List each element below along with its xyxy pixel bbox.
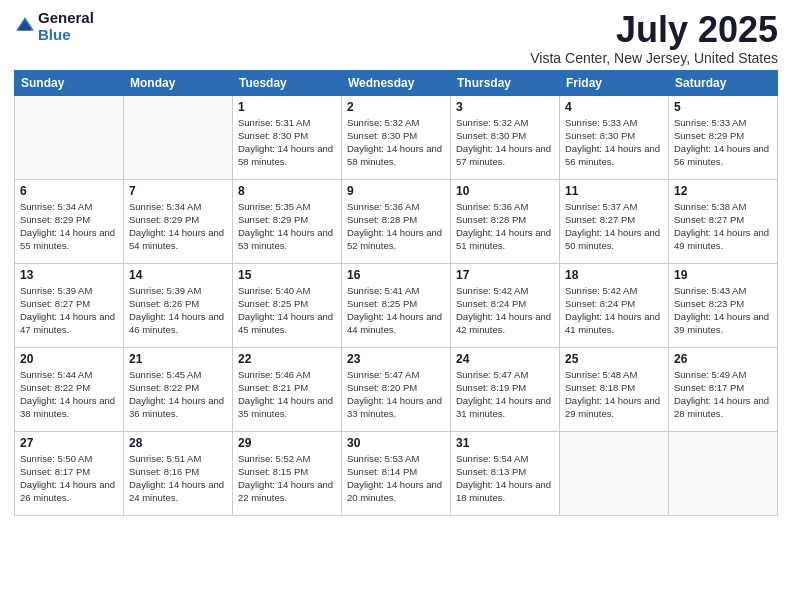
calendar-cell: 26Sunrise: 5:49 AM Sunset: 8:17 PM Dayli… [669,347,778,431]
calendar-cell: 3Sunrise: 5:32 AM Sunset: 8:30 PM Daylig… [451,95,560,179]
calendar-cell: 19Sunrise: 5:43 AM Sunset: 8:23 PM Dayli… [669,263,778,347]
day-info: Sunrise: 5:49 AM Sunset: 8:17 PM Dayligh… [674,368,772,421]
calendar-cell: 31Sunrise: 5:54 AM Sunset: 8:13 PM Dayli… [451,431,560,515]
day-number: 12 [674,184,772,198]
logo-blue: Blue [38,27,94,44]
calendar-cell: 5Sunrise: 5:33 AM Sunset: 8:29 PM Daylig… [669,95,778,179]
calendar-cell [560,431,669,515]
day-number: 5 [674,100,772,114]
day-info: Sunrise: 5:37 AM Sunset: 8:27 PM Dayligh… [565,200,663,253]
calendar-cell: 2Sunrise: 5:32 AM Sunset: 8:30 PM Daylig… [342,95,451,179]
calendar-cell: 21Sunrise: 5:45 AM Sunset: 8:22 PM Dayli… [124,347,233,431]
calendar-cell: 13Sunrise: 5:39 AM Sunset: 8:27 PM Dayli… [15,263,124,347]
day-number: 7 [129,184,227,198]
day-number: 30 [347,436,445,450]
day-info: Sunrise: 5:38 AM Sunset: 8:27 PM Dayligh… [674,200,772,253]
day-number: 2 [347,100,445,114]
day-number: 25 [565,352,663,366]
day-number: 28 [129,436,227,450]
day-info: Sunrise: 5:35 AM Sunset: 8:29 PM Dayligh… [238,200,336,253]
calendar-cell [15,95,124,179]
day-number: 20 [20,352,118,366]
day-number: 14 [129,268,227,282]
calendar-header-row: SundayMondayTuesdayWednesdayThursdayFrid… [15,70,778,95]
calendar-cell: 12Sunrise: 5:38 AM Sunset: 8:27 PM Dayli… [669,179,778,263]
title-block: July 2025 Vista Center, New Jersey, Unit… [530,10,778,66]
day-info: Sunrise: 5:53 AM Sunset: 8:14 PM Dayligh… [347,452,445,505]
day-number: 18 [565,268,663,282]
calendar-cell: 22Sunrise: 5:46 AM Sunset: 8:21 PM Dayli… [233,347,342,431]
day-number: 10 [456,184,554,198]
day-info: Sunrise: 5:45 AM Sunset: 8:22 PM Dayligh… [129,368,227,421]
day-number: 19 [674,268,772,282]
calendar-cell: 11Sunrise: 5:37 AM Sunset: 8:27 PM Dayli… [560,179,669,263]
day-number: 9 [347,184,445,198]
day-number: 21 [129,352,227,366]
calendar-cell: 14Sunrise: 5:39 AM Sunset: 8:26 PM Dayli… [124,263,233,347]
calendar-week-row: 6Sunrise: 5:34 AM Sunset: 8:29 PM Daylig… [15,179,778,263]
weekday-header: Sunday [15,70,124,95]
weekday-header: Thursday [451,70,560,95]
day-info: Sunrise: 5:46 AM Sunset: 8:21 PM Dayligh… [238,368,336,421]
page: General Blue July 2025 Vista Center, New… [0,0,792,524]
calendar-cell: 1Sunrise: 5:31 AM Sunset: 8:30 PM Daylig… [233,95,342,179]
day-info: Sunrise: 5:43 AM Sunset: 8:23 PM Dayligh… [674,284,772,337]
header: General Blue July 2025 Vista Center, New… [14,10,778,66]
day-info: Sunrise: 5:34 AM Sunset: 8:29 PM Dayligh… [20,200,118,253]
calendar-cell: 30Sunrise: 5:53 AM Sunset: 8:14 PM Dayli… [342,431,451,515]
day-info: Sunrise: 5:47 AM Sunset: 8:20 PM Dayligh… [347,368,445,421]
calendar-cell: 6Sunrise: 5:34 AM Sunset: 8:29 PM Daylig… [15,179,124,263]
day-number: 11 [565,184,663,198]
calendar-cell: 7Sunrise: 5:34 AM Sunset: 8:29 PM Daylig… [124,179,233,263]
calendar-cell: 20Sunrise: 5:44 AM Sunset: 8:22 PM Dayli… [15,347,124,431]
calendar-cell: 4Sunrise: 5:33 AM Sunset: 8:30 PM Daylig… [560,95,669,179]
calendar-cell [669,431,778,515]
calendar-cell: 18Sunrise: 5:42 AM Sunset: 8:24 PM Dayli… [560,263,669,347]
day-info: Sunrise: 5:48 AM Sunset: 8:18 PM Dayligh… [565,368,663,421]
day-number: 13 [20,268,118,282]
calendar-cell: 24Sunrise: 5:47 AM Sunset: 8:19 PM Dayli… [451,347,560,431]
day-number: 31 [456,436,554,450]
day-info: Sunrise: 5:42 AM Sunset: 8:24 PM Dayligh… [565,284,663,337]
day-info: Sunrise: 5:42 AM Sunset: 8:24 PM Dayligh… [456,284,554,337]
day-info: Sunrise: 5:32 AM Sunset: 8:30 PM Dayligh… [347,116,445,169]
day-info: Sunrise: 5:36 AM Sunset: 8:28 PM Dayligh… [347,200,445,253]
calendar-cell [124,95,233,179]
day-number: 29 [238,436,336,450]
logo-icon [14,15,36,37]
day-info: Sunrise: 5:33 AM Sunset: 8:30 PM Dayligh… [565,116,663,169]
day-info: Sunrise: 5:54 AM Sunset: 8:13 PM Dayligh… [456,452,554,505]
day-number: 15 [238,268,336,282]
day-info: Sunrise: 5:36 AM Sunset: 8:28 PM Dayligh… [456,200,554,253]
calendar-cell: 28Sunrise: 5:51 AM Sunset: 8:16 PM Dayli… [124,431,233,515]
day-info: Sunrise: 5:39 AM Sunset: 8:27 PM Dayligh… [20,284,118,337]
day-number: 16 [347,268,445,282]
logo: General Blue [14,10,94,43]
day-info: Sunrise: 5:51 AM Sunset: 8:16 PM Dayligh… [129,452,227,505]
calendar: SundayMondayTuesdayWednesdayThursdayFrid… [14,70,778,516]
day-info: Sunrise: 5:47 AM Sunset: 8:19 PM Dayligh… [456,368,554,421]
day-info: Sunrise: 5:33 AM Sunset: 8:29 PM Dayligh… [674,116,772,169]
calendar-cell: 23Sunrise: 5:47 AM Sunset: 8:20 PM Dayli… [342,347,451,431]
day-info: Sunrise: 5:52 AM Sunset: 8:15 PM Dayligh… [238,452,336,505]
calendar-cell: 17Sunrise: 5:42 AM Sunset: 8:24 PM Dayli… [451,263,560,347]
day-number: 8 [238,184,336,198]
weekday-header: Monday [124,70,233,95]
weekday-header: Wednesday [342,70,451,95]
calendar-week-row: 20Sunrise: 5:44 AM Sunset: 8:22 PM Dayli… [15,347,778,431]
day-info: Sunrise: 5:32 AM Sunset: 8:30 PM Dayligh… [456,116,554,169]
day-info: Sunrise: 5:31 AM Sunset: 8:30 PM Dayligh… [238,116,336,169]
day-info: Sunrise: 5:34 AM Sunset: 8:29 PM Dayligh… [129,200,227,253]
day-number: 3 [456,100,554,114]
calendar-cell: 25Sunrise: 5:48 AM Sunset: 8:18 PM Dayli… [560,347,669,431]
calendar-week-row: 13Sunrise: 5:39 AM Sunset: 8:27 PM Dayli… [15,263,778,347]
logo-general: General [38,10,94,27]
day-info: Sunrise: 5:44 AM Sunset: 8:22 PM Dayligh… [20,368,118,421]
day-number: 23 [347,352,445,366]
day-info: Sunrise: 5:50 AM Sunset: 8:17 PM Dayligh… [20,452,118,505]
calendar-cell: 16Sunrise: 5:41 AM Sunset: 8:25 PM Dayli… [342,263,451,347]
day-number: 22 [238,352,336,366]
day-number: 26 [674,352,772,366]
day-info: Sunrise: 5:41 AM Sunset: 8:25 PM Dayligh… [347,284,445,337]
day-number: 24 [456,352,554,366]
